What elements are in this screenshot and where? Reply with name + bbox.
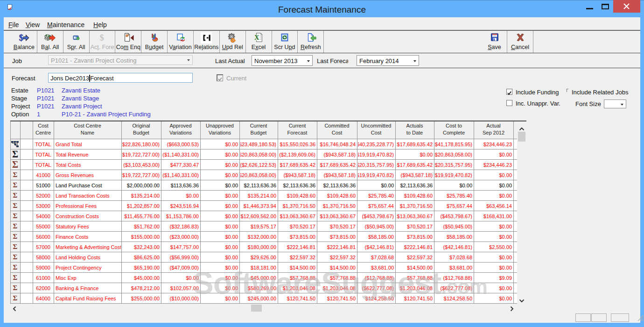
svg-text:$: $ (99, 33, 104, 43)
svg-text:$: $ (19, 33, 23, 43)
svg-text:X: X (254, 34, 259, 41)
